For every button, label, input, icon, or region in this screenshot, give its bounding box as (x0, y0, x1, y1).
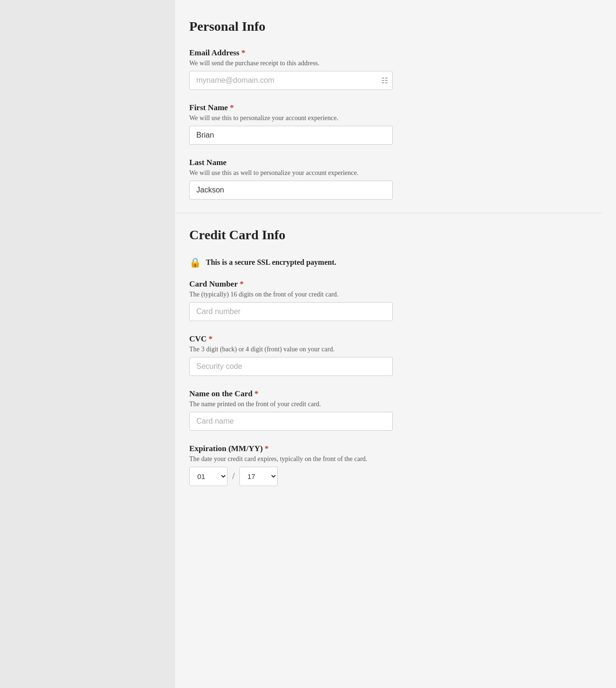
expiration-label: Expiration (MM/YY)* (189, 444, 588, 453)
expiry-row: 01 02 03 04 05 06 07 08 09 10 11 12 / (189, 467, 588, 486)
expiry-month-select[interactable]: 01 02 03 04 05 06 07 08 09 10 11 12 (189, 467, 228, 486)
card-name-field-group: Name on the Card* The name printed on th… (189, 389, 588, 431)
email-card-icon: ☷ (381, 76, 388, 85)
card-name-description: The name printed on the front of your cr… (189, 401, 588, 408)
first-name-label: First Name* (189, 103, 588, 113)
email-input-wrapper: ☷ (189, 71, 393, 90)
card-number-required-star: * (239, 279, 244, 288)
card-name-label: Name on the Card* (189, 389, 588, 399)
cvc-required-star: * (209, 334, 213, 343)
cvc-label: CVC* (189, 334, 588, 344)
card-number-field-group: Card Number* The (typically) 16 digits o… (189, 279, 588, 321)
expiration-field-group: Expiration (MM/YY)* The date your credit… (189, 444, 588, 486)
credit-card-title: Credit Card Info (189, 227, 588, 243)
left-sidebar (0, 0, 175, 688)
card-name-required-star: * (255, 389, 259, 398)
personal-info-section: Personal Info Email Address* We will sen… (189, 19, 588, 200)
email-label: Email Address* (189, 48, 588, 58)
last-name-label: Last Name (189, 158, 588, 167)
email-input[interactable] (189, 71, 393, 90)
cvc-field-group: CVC* The 3 digit (back) or 4 digit (fron… (189, 334, 588, 376)
main-content: Personal Info Email Address* We will sen… (175, 0, 616, 688)
first-name-field-group: First Name* We will use this to personal… (189, 103, 588, 145)
expiration-description: The date your credit card expires, typic… (189, 455, 588, 463)
personal-info-title: Personal Info (189, 19, 588, 34)
card-number-label: Card Number* (189, 279, 588, 289)
card-number-input[interactable] (189, 302, 393, 321)
last-name-description: We will use this as well to personalize … (189, 169, 588, 177)
last-name-input[interactable] (189, 181, 393, 200)
first-name-description: We will use this to personalize your acc… (189, 114, 588, 122)
email-description: We will send the purchase receipt to thi… (189, 60, 588, 67)
cvc-description: The 3 digit (back) or 4 digit (front) va… (189, 346, 588, 353)
last-name-field-group: Last Name We will use this as well to pe… (189, 158, 588, 200)
credit-card-section: Credit Card Info 🔒 This is a secure SSL … (189, 227, 588, 486)
first-name-required-star: * (230, 103, 234, 112)
section-divider (175, 213, 602, 213)
card-name-input[interactable] (189, 412, 393, 431)
card-number-description: The (typically) 16 digits on the front o… (189, 291, 588, 298)
page-container: Personal Info Email Address* We will sen… (0, 0, 616, 688)
ssl-notice: 🔒 This is a secure SSL encrypted payment… (189, 257, 588, 268)
lock-icon: 🔒 (189, 257, 201, 268)
email-required-star: * (241, 48, 246, 57)
expiration-required-star: * (264, 444, 269, 453)
expiry-year-select[interactable]: 17 18 19 20 21 22 23 24 25 26 27 28 29 3… (239, 467, 278, 486)
first-name-input[interactable] (189, 126, 393, 145)
expiry-separator: / (232, 471, 235, 481)
email-field-group: Email Address* We will send the purchase… (189, 48, 588, 90)
cvc-input[interactable] (189, 357, 393, 376)
